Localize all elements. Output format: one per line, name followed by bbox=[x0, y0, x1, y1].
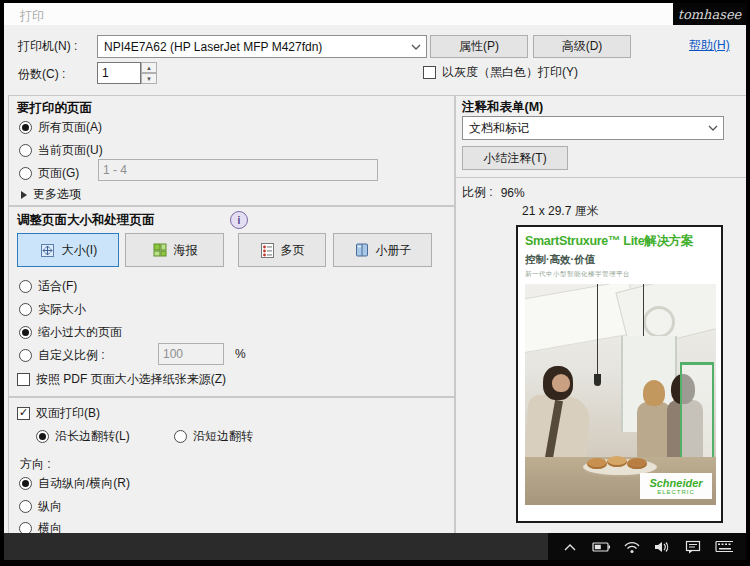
radio-icon[interactable] bbox=[19, 121, 32, 134]
poster-button[interactable]: 海报 bbox=[125, 233, 224, 267]
printer-select[interactable]: NPI4E7A62 (HP LaserJet MFP M427fdn) bbox=[97, 35, 427, 58]
preview-photo: Schneider ELECTRIC bbox=[525, 284, 716, 505]
radio-icon[interactable] bbox=[19, 280, 32, 293]
stepper-down-icon[interactable]: ▼ bbox=[141, 73, 157, 84]
advanced-button[interactable]: 高级(D) bbox=[533, 35, 631, 58]
radio-icon[interactable] bbox=[19, 144, 32, 157]
radio-fit[interactable]: 适合(F) bbox=[19, 278, 77, 295]
radio-icon[interactable] bbox=[19, 303, 32, 316]
multiple-pages-icon bbox=[260, 242, 275, 259]
copies-input[interactable]: 1 bbox=[97, 62, 141, 84]
comments-panel-title: 注释和表单(M) bbox=[462, 99, 543, 116]
comments-select-value: 文档和标记 bbox=[463, 120, 703, 137]
comments-select[interactable]: 文档和标记 bbox=[462, 116, 724, 140]
copies-stepper[interactable]: ▲ ▼ bbox=[141, 62, 157, 84]
radio-icon[interactable] bbox=[174, 430, 187, 443]
watermark-top-right: tomhasee bbox=[673, 3, 746, 25]
preview-doc-title: SmartStruxure™ Lite解决方案 bbox=[525, 233, 714, 250]
keyboard-icon[interactable] bbox=[715, 538, 733, 556]
chevron-down-icon bbox=[703, 117, 723, 139]
chat-icon[interactable] bbox=[684, 538, 702, 556]
orientation-label: 方向 : bbox=[20, 456, 51, 473]
print-dialog-window: 打印 tomhasee 打印机(N) : NPI4E7A62 (HP Laser… bbox=[0, 0, 750, 566]
expander-arrow-icon bbox=[21, 191, 27, 199]
radio-all-pages[interactable]: 所有页面(A) bbox=[19, 119, 102, 136]
ceiling-vent bbox=[643, 306, 675, 338]
duplex-option[interactable]: 双面打印(B) bbox=[17, 405, 100, 422]
radio-flip-long[interactable]: 沿长边翻转(L) bbox=[36, 428, 130, 445]
radio-icon[interactable] bbox=[36, 430, 49, 443]
radio-shrink-oversized[interactable]: 缩小过大的页面 bbox=[19, 324, 122, 341]
tray-chevron-icon[interactable] bbox=[561, 538, 579, 556]
radio-portrait[interactable]: 纵向 bbox=[19, 498, 62, 515]
paper-source-option[interactable]: 按照 PDF 页面大小选择纸张来源(Z) bbox=[17, 371, 226, 388]
wifi-icon[interactable] bbox=[623, 538, 641, 556]
paper-source-checkbox[interactable] bbox=[17, 373, 30, 386]
booklet-icon bbox=[354, 242, 370, 258]
copies-label: 份数(C) : bbox=[18, 66, 65, 83]
pastry bbox=[627, 458, 647, 469]
sizing-section: 调整页面大小和处理页面 i 大小(I) 海报 bbox=[8, 206, 455, 397]
scale-value: 96% bbox=[501, 186, 525, 200]
panel-divider bbox=[455, 95, 456, 533]
scale-readout: 比例 : 96% bbox=[462, 184, 525, 201]
schneider-logo: Schneider ELECTRIC bbox=[640, 473, 712, 499]
taskbar-left: 激活 Windows < ^ bbox=[4, 533, 548, 560]
grayscale-label: 以灰度（黑白色）打印(Y) bbox=[442, 64, 578, 81]
system-tray bbox=[548, 533, 746, 560]
printer-label: 打印机(N) : bbox=[18, 38, 77, 55]
customer-head bbox=[643, 380, 665, 406]
help-link[interactable]: 帮助(H) bbox=[689, 37, 730, 54]
printer-name: NPI4E7A62 (HP LaserJet MFP M427fdn) bbox=[98, 40, 406, 54]
custom-scale-input[interactable]: 100 bbox=[158, 343, 224, 365]
multiple-button[interactable]: 多页 bbox=[238, 233, 326, 267]
pastry bbox=[587, 458, 607, 469]
page-range-input[interactable]: 1 - 4 bbox=[98, 159, 378, 181]
grayscale-option[interactable]: 以灰度（黑白色）打印(Y) bbox=[423, 64, 578, 81]
lamp-bulb bbox=[594, 374, 601, 386]
summarize-comments-button[interactable]: 小结注释(T) bbox=[462, 146, 568, 170]
lamp-cord bbox=[597, 284, 598, 376]
size-icon bbox=[39, 242, 56, 259]
pages-section-title: 要打印的页面 bbox=[17, 100, 92, 117]
pages-section: 要打印的页面 所有页面(A) 当前页面(U) 页面(G) 1 - 4 更多选项 bbox=[8, 95, 455, 206]
radio-current-page[interactable]: 当前页面(U) bbox=[19, 142, 103, 159]
print-preview: SmartStruxure™ Lite解决方案 控制·高效·价值 新一代中小型智… bbox=[516, 225, 723, 523]
info-icon[interactable]: i bbox=[230, 211, 248, 229]
customer-figure bbox=[637, 402, 671, 462]
stepper-up-icon[interactable]: ▲ bbox=[141, 62, 157, 73]
size-button[interactable]: 大小(I) bbox=[17, 233, 119, 267]
poster-icon bbox=[152, 242, 168, 258]
radio-icon[interactable] bbox=[19, 326, 32, 339]
volume-icon[interactable] bbox=[653, 538, 671, 556]
barista-face bbox=[552, 374, 570, 392]
radio-auto-orientation[interactable]: 自动纵向/横向(R) bbox=[19, 475, 130, 492]
pastry bbox=[607, 456, 627, 467]
title-bar: 打印 tomhasee bbox=[4, 3, 746, 25]
radio-actual-size[interactable]: 实际大小 bbox=[19, 301, 86, 318]
window-title: 打印 bbox=[20, 8, 44, 25]
radio-icon[interactable] bbox=[19, 500, 32, 513]
preview-doc-subtitle: 控制·高效·价值 bbox=[525, 253, 714, 267]
right-panel-separator bbox=[456, 177, 746, 178]
right-panel-top-border bbox=[455, 95, 746, 96]
radio-page-range[interactable]: 页面(G) bbox=[19, 165, 79, 182]
radio-icon[interactable] bbox=[19, 477, 32, 490]
dialog-body: 打印机(N) : NPI4E7A62 (HP LaserJet MFP M427… bbox=[4, 25, 746, 533]
preview-doc-tagline: 新一代中小型智能化楼宇管理平台 bbox=[525, 270, 714, 279]
booklet-button[interactable]: 小册子 bbox=[333, 233, 432, 267]
chevron-down-icon bbox=[406, 36, 426, 57]
properties-button[interactable]: 属性(P) bbox=[430, 35, 528, 58]
percent-label: % bbox=[235, 347, 246, 361]
sizing-section-title: 调整页面大小和处理页面 bbox=[17, 212, 155, 229]
paper-size-label: 21 x 29.7 厘米 bbox=[522, 203, 599, 220]
duplex-section: 双面打印(B) 沿长边翻转(L) 沿短边翻转 方向 : 自动纵向/横向(R) 纵… bbox=[8, 397, 455, 533]
duplex-checkbox[interactable] bbox=[17, 407, 30, 420]
radio-custom-scale[interactable]: 自定义比例 : bbox=[19, 347, 105, 364]
more-options-expander[interactable]: 更多选项 bbox=[21, 186, 81, 203]
radio-icon[interactable] bbox=[19, 167, 32, 180]
grayscale-checkbox[interactable] bbox=[423, 66, 436, 79]
radio-icon[interactable] bbox=[19, 349, 32, 362]
radio-flip-short[interactable]: 沿短边翻转 bbox=[174, 428, 253, 445]
battery-icon[interactable] bbox=[592, 538, 610, 556]
